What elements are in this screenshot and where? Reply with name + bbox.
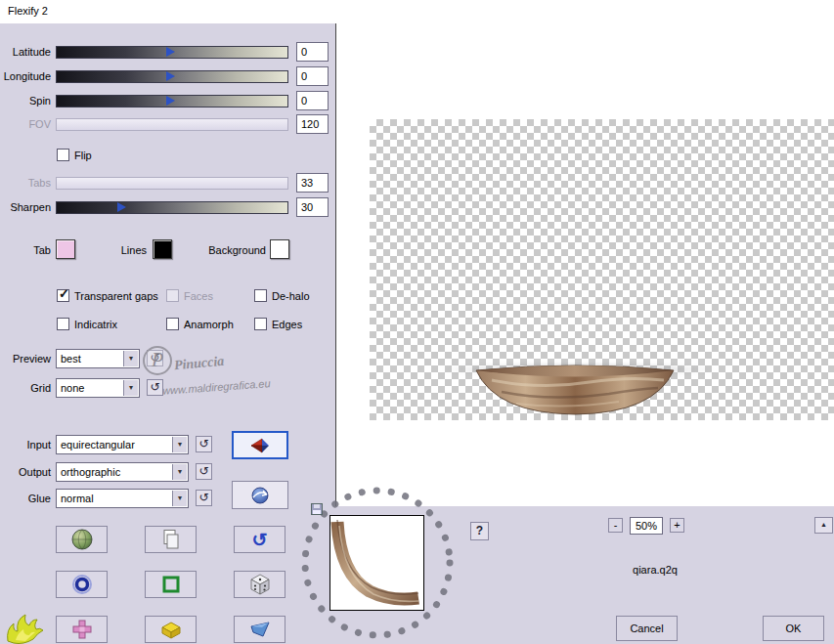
- frame-button[interactable]: [145, 571, 197, 598]
- zoom-out-button[interactable]: -: [608, 518, 623, 533]
- globe-icon: [70, 528, 94, 551]
- grid-dropdown[interactable]: none▾: [56, 378, 140, 398]
- edges-label: Edges: [272, 319, 302, 330]
- transparent-gaps-checkbox[interactable]: ✓: [57, 289, 69, 302]
- sharpen-value[interactable]: 30: [296, 197, 329, 217]
- edges-checkbox[interactable]: ✓: [254, 318, 267, 330]
- input-shape-button[interactable]: [232, 431, 288, 459]
- zoom-in-button[interactable]: +: [670, 518, 684, 533]
- glue-shape-button[interactable]: [232, 481, 288, 509]
- preview-dropdown-label: Preview: [2, 353, 51, 365]
- longitude-value[interactable]: 0: [296, 66, 329, 86]
- yellow-box-icon: [159, 619, 183, 640]
- spin-slider[interactable]: [56, 95, 288, 107]
- slider-thumb[interactable]: [117, 202, 126, 212]
- undo-icon: ↺: [150, 380, 159, 394]
- input-reset-button[interactable]: ↺: [196, 436, 212, 452]
- chevron-down-icon[interactable]: ▾: [172, 464, 187, 480]
- input-dropdown-value: equirectangular: [61, 439, 135, 451]
- help-button[interactable]: ?: [470, 522, 489, 540]
- input-dropdown-label: Input: [2, 439, 51, 451]
- tabs-slider: [56, 177, 288, 190]
- tab-color-swatch[interactable]: [56, 239, 75, 259]
- sharpen-slider[interactable]: [56, 201, 288, 214]
- transparency-checkerboard: [370, 119, 834, 420]
- watermark-name: Pinuccia: [173, 354, 225, 373]
- chevron-down-icon[interactable]: ▾: [123, 380, 138, 396]
- undo-button[interactable]: ↺: [234, 526, 285, 553]
- scroll-up-button[interactable]: ▲: [814, 517, 833, 534]
- output-reset-button[interactable]: ↺: [196, 463, 212, 480]
- package-button[interactable]: [145, 616, 197, 643]
- indicatrix-label: Indicatrix: [74, 319, 117, 330]
- longitude-label: Longitude: [2, 70, 51, 82]
- spin-label: Spin: [2, 95, 51, 107]
- grid-reset-button[interactable]: ↺: [147, 379, 163, 396]
- ok-button[interactable]: OK: [763, 616, 824, 641]
- output-dropdown-value: orthographic: [61, 466, 120, 478]
- preview-canvas: [335, 23, 834, 506]
- longitude-slider[interactable]: [56, 70, 288, 83]
- up-arrow-icon: ▲: [820, 521, 827, 528]
- preset-filename: qiara.q2q: [587, 564, 724, 576]
- zoom-level[interactable]: 50%: [630, 517, 663, 535]
- fov-label: FOV: [2, 118, 51, 130]
- save-icon[interactable]: [311, 503, 323, 515]
- input-dropdown[interactable]: equirectangular▾: [56, 435, 189, 454]
- puzzle-button[interactable]: [56, 616, 108, 643]
- lens-button[interactable]: [56, 571, 108, 598]
- globe-button[interactable]: [56, 526, 108, 553]
- chevron-down-icon[interactable]: ▾: [123, 351, 138, 366]
- latitude-value[interactable]: 0: [296, 42, 329, 62]
- rendered-bowl-image: [472, 359, 678, 417]
- grid-dropdown-value: none: [61, 382, 84, 394]
- latitude-slider[interactable]: [56, 46, 288, 59]
- lines-swatch-label: Lines: [98, 244, 147, 256]
- background-color-swatch[interactable]: [270, 239, 289, 259]
- watermark-logo: P: [143, 346, 172, 375]
- glue-dropdown[interactable]: normal▾: [56, 489, 189, 508]
- transparent-gaps-label: Transparent gaps: [74, 290, 158, 302]
- tab-swatch-label: Tab: [2, 244, 51, 256]
- title-bar: Flexify 2: [0, 0, 834, 23]
- random-button[interactable]: [234, 571, 285, 598]
- dice-icon: [248, 573, 272, 596]
- undo-arrow-icon: ↺: [252, 531, 268, 549]
- gem-button[interactable]: [234, 616, 285, 643]
- cancel-button[interactable]: Cancel: [616, 616, 678, 641]
- slider-thumb[interactable]: [166, 96, 175, 106]
- de-halo-label: De-halo: [272, 290, 310, 302]
- slider-thumb[interactable]: [166, 71, 175, 81]
- preview-dropdown[interactable]: best▾: [56, 349, 140, 368]
- flip-label: Flip: [74, 150, 92, 161]
- glue-dropdown-value: normal: [61, 493, 94, 504]
- lines-color-swatch[interactable]: [153, 239, 172, 259]
- glue-reset-button[interactable]: ↺: [196, 490, 212, 506]
- indicatrix-checkbox[interactable]: ✓: [57, 318, 69, 330]
- glue-dropdown-label: Glue: [2, 493, 51, 504]
- chevron-down-icon[interactable]: ▾: [172, 437, 187, 452]
- source-thumbnail[interactable]: [329, 515, 424, 611]
- de-halo-checkbox[interactable]: ✓: [254, 289, 267, 302]
- faces-checkbox: [166, 289, 179, 302]
- output-dropdown[interactable]: orthographic▾: [56, 462, 189, 482]
- copy-button[interactable]: [145, 526, 197, 553]
- blue-gem-icon: [248, 619, 272, 640]
- minus-icon: -: [614, 519, 618, 531]
- tabs-label: Tabs: [2, 177, 51, 189]
- anamorph-label: Anamorph: [184, 319, 234, 330]
- preview-dropdown-value: best: [61, 353, 81, 365]
- undo-icon: ↺: [198, 437, 208, 451]
- thumbnail-crescent-image: [330, 516, 423, 610]
- undo-icon: ↺: [198, 491, 208, 504]
- slider-thumb[interactable]: [166, 47, 175, 57]
- anamorph-checkbox[interactable]: ✓: [166, 318, 179, 330]
- fov-value[interactable]: 120: [296, 114, 329, 134]
- window-title: Flexify 2: [8, 5, 48, 17]
- tabs-value[interactable]: 33: [296, 173, 329, 193]
- flip-checkbox[interactable]: ✓: [57, 149, 69, 161]
- spin-value[interactable]: 0: [296, 91, 329, 110]
- faces-label: Faces: [184, 290, 213, 302]
- chevron-down-icon[interactable]: ▾: [172, 491, 187, 506]
- latitude-label: Latitude: [2, 46, 51, 58]
